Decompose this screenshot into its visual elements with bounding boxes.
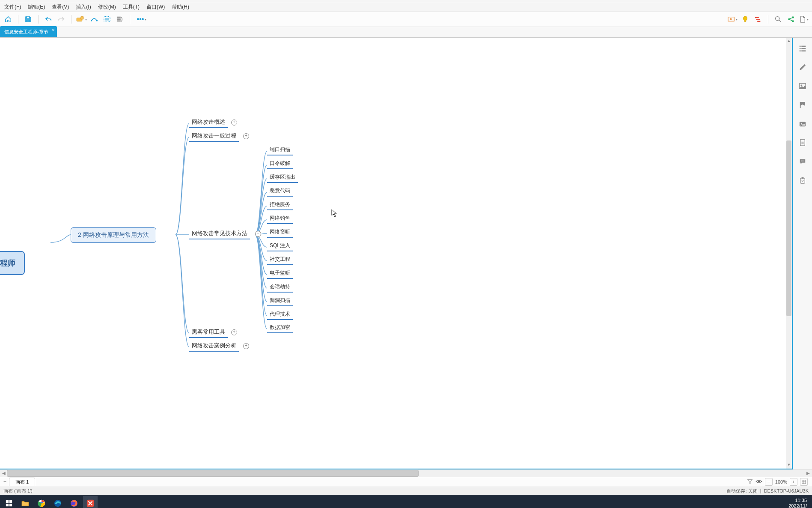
filter-icon[interactable]: [747, 478, 753, 485]
leaf-node[interactable]: 电子监听: [267, 268, 293, 279]
expand-icon[interactable]: +: [243, 133, 249, 139]
chevron-down-icon[interactable]: ▾: [736, 18, 738, 21]
menu-tools[interactable]: 工具(T): [119, 3, 143, 12]
boundary-icon[interactable]: [101, 14, 113, 25]
leaf-node[interactable]: 代理技术: [267, 309, 293, 320]
svg-rect-25: [801, 51, 806, 52]
zoom-fit-button[interactable]: [800, 478, 808, 486]
leaf-node[interactable]: 网络窃听: [267, 227, 293, 238]
menu-insert[interactable]: 插入(I): [72, 3, 94, 12]
chevron-down-icon[interactable]: ▾: [85, 18, 87, 21]
vscroll-thumb[interactable]: [786, 140, 791, 316]
notes-panel-icon[interactable]: [797, 137, 808, 148]
topic-node[interactable]: 2-网络攻击原理与常用方法: [71, 227, 156, 243]
scroll-left-icon[interactable]: ◀: [1, 470, 7, 476]
leaf-node[interactable]: 会话劫持: [267, 282, 293, 293]
main-area: ▲ ▼ 工程师 2-网络攻: [0, 38, 812, 469]
style-panel-icon[interactable]: Aa: [797, 118, 808, 129]
home-icon[interactable]: [3, 14, 14, 25]
vertical-scrollbar[interactable]: ▲ ▼: [786, 38, 792, 469]
leaf-node[interactable]: 端口扫描: [267, 145, 293, 155]
svg-rect-7: [117, 18, 121, 20]
sheet-tab[interactable]: 画布 1: [9, 478, 35, 486]
sub-node-process[interactable]: 网络攻击一般过程: [189, 131, 239, 142]
summary-icon[interactable]: [114, 14, 125, 25]
svg-rect-24: [800, 51, 801, 52]
marker-panel-icon[interactable]: [797, 99, 808, 111]
expand-icon[interactable]: +: [243, 343, 249, 349]
task-panel-icon[interactable]: [797, 175, 808, 186]
root-node[interactable]: 工程师: [0, 251, 25, 275]
expand-icon[interactable]: +: [231, 120, 237, 126]
leaf-node[interactable]: 缓存区溢出: [267, 172, 298, 183]
svg-text:Aa: Aa: [800, 123, 805, 126]
zoom-out-button[interactable]: −: [765, 478, 773, 486]
chrome-icon[interactable]: [34, 496, 49, 508]
add-topic-icon[interactable]: ▾: [76, 14, 87, 25]
relationship-icon[interactable]: [89, 14, 100, 25]
leaf-node[interactable]: 拒绝服务: [267, 200, 293, 210]
scroll-down-icon[interactable]: ▼: [786, 463, 791, 468]
image-panel-icon[interactable]: [797, 81, 808, 92]
gantt-icon[interactable]: [753, 14, 764, 25]
svg-rect-47: [6, 504, 9, 506]
menu-view[interactable]: 查看(V): [48, 3, 72, 12]
close-icon[interactable]: ×: [52, 27, 54, 33]
separator: [768, 15, 768, 24]
menu-bar: 文件(F) 编辑(E) 查看(V) 插入(I) 修改(M) 工具(T) 窗口(W…: [0, 2, 812, 12]
sub-node-techniques[interactable]: 网络攻击常见技术方法: [189, 228, 250, 239]
chevron-down-icon[interactable]: ▾: [145, 18, 146, 21]
menu-help[interactable]: 帮助(H): [168, 3, 193, 12]
chevron-down-icon[interactable]: ▾: [807, 18, 809, 21]
leaf-node[interactable]: 数据加密: [267, 323, 293, 333]
menu-edit[interactable]: 编辑(E): [24, 3, 48, 12]
zoom-in-button[interactable]: +: [790, 478, 797, 486]
sub-node-cases[interactable]: 网络攻击案例分析: [189, 341, 239, 352]
leaf-node[interactable]: 口令破解: [267, 158, 293, 169]
undo-icon[interactable]: [43, 14, 54, 25]
leaf-node[interactable]: 恶意代码: [267, 186, 293, 197]
svg-rect-32: [800, 140, 805, 146]
svg-rect-45: [6, 500, 9, 503]
expand-icon[interactable]: +: [231, 329, 237, 335]
scroll-up-icon[interactable]: ▲: [786, 39, 791, 44]
leaf-node[interactable]: 社交工程: [267, 254, 293, 265]
horizontal-scrollbar[interactable]: ◀ ▶: [0, 469, 812, 477]
start-button[interactable]: [2, 496, 16, 508]
add-sheet-icon[interactable]: +: [2, 479, 8, 485]
edge-icon[interactable]: [51, 496, 65, 508]
xmind-taskbar-icon[interactable]: [83, 496, 98, 508]
export-icon[interactable]: ▾: [798, 14, 809, 25]
leaf-node[interactable]: 网络钓鱼: [267, 213, 293, 224]
eye-icon[interactable]: [755, 479, 762, 485]
redo-icon[interactable]: [56, 14, 67, 25]
menu-window[interactable]: 窗口(W): [143, 3, 168, 12]
share-icon[interactable]: [785, 14, 797, 25]
leaf-node[interactable]: 漏洞扫描: [267, 296, 293, 306]
comments-panel-icon[interactable]: [797, 156, 808, 167]
sub-node-tools[interactable]: 黑客常用工具: [189, 327, 228, 338]
menu-modify[interactable]: 修改(M): [95, 3, 119, 12]
svg-rect-8: [117, 21, 121, 22]
outline-panel-icon[interactable]: [797, 43, 808, 54]
svg-point-37: [802, 161, 803, 161]
format-panel-icon[interactable]: [797, 62, 808, 73]
presentation-icon[interactable]: ▾: [727, 14, 738, 25]
scroll-right-icon[interactable]: ▶: [805, 470, 811, 476]
canvas[interactable]: ▲ ▼ 工程师 2-网络攻: [0, 38, 793, 469]
firefox-icon[interactable]: [67, 496, 81, 508]
search-icon[interactable]: [773, 14, 784, 25]
more-icon[interactable]: •••▾: [134, 14, 149, 25]
sub-node-overview[interactable]: 网络攻击概述: [189, 117, 228, 128]
file-explorer-icon[interactable]: [18, 496, 33, 508]
svg-line-19: [790, 20, 792, 21]
collapse-icon[interactable]: −: [255, 231, 261, 237]
system-tray[interactable]: 11:35 2022/11/: [788, 498, 810, 508]
lightbulb-icon[interactable]: [740, 14, 751, 25]
save-icon[interactable]: [23, 14, 34, 25]
hscroll-thumb[interactable]: [7, 470, 419, 477]
leaf-node[interactable]: SQL注入: [267, 241, 293, 251]
menu-file[interactable]: 文件(F): [1, 3, 24, 12]
document-tab[interactable]: 信息安全工程师-章节 ×: [0, 26, 57, 37]
separator: [71, 15, 71, 24]
